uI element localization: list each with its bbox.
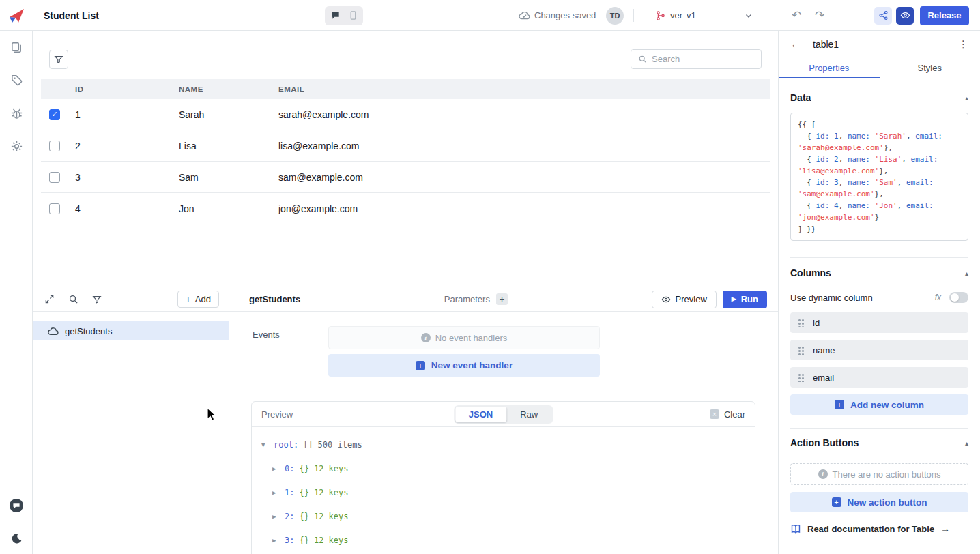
play-icon: ▶	[732, 296, 736, 302]
tree-collapsed-icon[interactable]: ▶	[272, 537, 280, 544]
tab-styles[interactable]: Styles	[880, 58, 980, 78]
table-search-input[interactable]	[652, 54, 754, 64]
response-title: Preview	[261, 409, 293, 420]
preview-button[interactable]: Preview	[652, 291, 717, 308]
add-new-column-button[interactable]: + Add new column	[790, 394, 968, 415]
version-value: v1	[687, 10, 696, 20]
plus-square-icon: +	[416, 361, 425, 370]
tab-raw[interactable]: Raw	[506, 407, 551, 422]
add-query-button[interactable]: + Add	[177, 291, 219, 308]
json-item-row[interactable]: ▶1:{}12 keys	[252, 480, 755, 504]
canvas-mode-icon[interactable]	[345, 8, 360, 23]
header-id[interactable]: ID	[68, 85, 172, 93]
info-icon: i	[818, 469, 828, 479]
mode-toggle[interactable]	[325, 6, 363, 25]
new-event-handler-button[interactable]: + New event handler	[328, 354, 600, 377]
checkbox-cell	[41, 203, 68, 214]
filter-queries-icon[interactable]	[92, 295, 102, 304]
code-line: ] }}	[798, 223, 961, 235]
save-status: Changes saved	[519, 0, 596, 31]
table-row[interactable]: 2Lisalisa@example.com	[41, 130, 770, 162]
clear-button[interactable]: × Clear	[710, 409, 745, 420]
json-type: {}	[299, 536, 308, 545]
table-row[interactable]: 3Samsam@example.com	[41, 162, 770, 193]
json-count: 12 keys	[314, 464, 349, 473]
bug-icon[interactable]	[9, 106, 24, 121]
header-name[interactable]: NAME	[172, 85, 272, 93]
query-editor-panel: getStudents Parameters + Preview ▶ Run E…	[229, 287, 778, 554]
query-item-label: getStudents	[65, 326, 112, 336]
left-sidebar	[0, 31, 33, 554]
data-code-editor[interactable]: {{ [ { id: 1, name: 'Sarah', email: 'sar…	[790, 113, 968, 241]
chat-help-icon[interactable]	[9, 498, 24, 513]
column-item[interactable]: id	[790, 312, 968, 333]
redo-button[interactable]: ↷	[815, 0, 824, 31]
code-line: { id: 3, name: 'Sam', email: 'sam@exampl…	[798, 177, 961, 200]
release-button[interactable]: Release	[920, 6, 969, 25]
json-type: {}	[299, 512, 308, 521]
row-checkbox[interactable]: ✓	[49, 109, 60, 120]
json-item-row[interactable]: ▶3:{}12 keys	[252, 528, 755, 552]
chevron-down-icon[interactable]	[744, 0, 753, 31]
tree-collapsed-icon[interactable]: ▶	[272, 465, 280, 472]
expand-panel-icon[interactable]	[44, 294, 55, 304]
response-panel: Preview JSON Raw × Clear ▼root:[]500 ite…	[251, 401, 755, 554]
json-root-row[interactable]: ▼root:[]500 items	[252, 433, 755, 456]
fx-binding-icon[interactable]: fx	[935, 293, 941, 302]
header-email[interactable]: EMAIL	[272, 85, 770, 93]
table-row[interactable]: ✓1Sarahsarah@example.com	[41, 99, 770, 130]
drag-handle-icon[interactable]	[798, 373, 804, 382]
row-checkbox[interactable]	[49, 203, 60, 214]
gear-icon[interactable]	[9, 138, 24, 154]
app-logo-icon[interactable]	[7, 0, 26, 31]
table-widget[interactable]: ID NAME EMAIL ✓1Sarahsarah@example.com2L…	[41, 41, 770, 224]
code-line: { id: 1, name: 'Sarah', email: 'sarah@ex…	[798, 130, 961, 154]
row-checkbox[interactable]	[49, 141, 60, 151]
cell-name: Sarah	[172, 109, 272, 120]
dynamic-column-toggle[interactable]	[949, 292, 968, 303]
version-selector[interactable]: ver v1	[655, 0, 696, 31]
tab-json[interactable]: JSON	[455, 407, 506, 422]
run-button[interactable]: ▶ Run	[723, 291, 767, 308]
column-item[interactable]: name	[790, 340, 968, 360]
kebab-menu-icon[interactable]: ⋮	[958, 38, 968, 50]
drag-handle-icon[interactable]	[798, 319, 804, 327]
share-button[interactable]	[874, 7, 892, 25]
table-search[interactable]	[631, 49, 762, 69]
table-filter-button[interactable]	[49, 50, 68, 69]
collapse-icon[interactable]: ▴	[965, 94, 968, 102]
add-parameter-button[interactable]: +	[496, 293, 508, 305]
documentation-link[interactable]: Read documentation for Table →	[790, 523, 968, 534]
pages-icon[interactable]	[9, 40, 24, 55]
search-queries-icon[interactable]	[68, 294, 78, 304]
query-list-item[interactable]: getStudents	[33, 321, 229, 340]
table-row[interactable]: 4Jonjon@example.com	[41, 193, 770, 224]
code-line: { id: 4, name: 'Jon', email: 'jon@exampl…	[798, 200, 961, 223]
topbar-divider	[633, 9, 634, 22]
undo-button[interactable]: ↶	[792, 0, 801, 31]
section-divider	[790, 428, 968, 429]
row-checkbox[interactable]	[49, 172, 60, 183]
back-icon[interactable]: ←	[790, 38, 801, 50]
widget-name[interactable]: table1	[813, 39, 839, 50]
app-preview-button[interactable]	[896, 7, 914, 25]
avatar[interactable]: TD	[606, 7, 624, 25]
tree-collapsed-icon[interactable]: ▶	[272, 489, 280, 496]
clear-icon: ×	[710, 409, 719, 419]
json-item-row[interactable]: ▶2:{}12 keys	[252, 504, 755, 528]
collapse-icon[interactable]: ▴	[965, 269, 968, 277]
dark-mode-icon[interactable]	[9, 531, 24, 546]
json-key: root:	[274, 440, 298, 450]
drag-handle-icon[interactable]	[798, 346, 804, 355]
new-action-button[interactable]: + New action button	[790, 492, 968, 512]
columns-section-title: Columns	[790, 267, 831, 278]
column-item[interactable]: email	[790, 367, 968, 388]
comment-mode-icon[interactable]	[328, 8, 343, 23]
tab-properties[interactable]: Properties	[779, 58, 880, 78]
tree-collapsed-icon[interactable]: ▶	[272, 513, 280, 520]
tree-expanded-icon[interactable]: ▼	[261, 441, 269, 448]
tag-icon[interactable]	[9, 72, 24, 87]
json-item-row[interactable]: ▶0:{}12 keys	[252, 456, 755, 480]
columns-section-header: Columns ▴	[790, 267, 968, 278]
collapse-icon[interactable]: ▴	[965, 439, 968, 447]
